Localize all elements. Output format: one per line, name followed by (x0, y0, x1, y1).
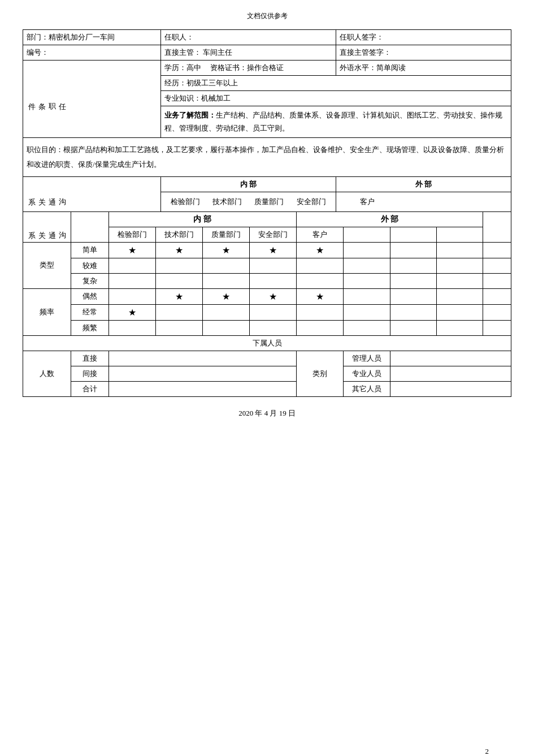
direct-value (108, 351, 296, 366)
regular-label: 经常 (71, 304, 109, 320)
reg-safe (249, 304, 296, 320)
total-value (108, 381, 296, 396)
reg-ext4 (437, 304, 483, 320)
other-label: 其它人员 (343, 381, 390, 396)
code-cell: 编号： (23, 45, 161, 61)
extra-col (483, 211, 511, 242)
med-safe (249, 258, 296, 273)
simple-quality: ★ (202, 242, 249, 258)
frequent-label: 频繁 (71, 320, 109, 335)
med-tech (155, 258, 202, 273)
reg-tech (155, 304, 202, 320)
indirect-label: 间接 (71, 366, 109, 381)
med-qual (202, 258, 249, 273)
external-subcols: 客户 (336, 192, 511, 211)
ext-col2 (343, 227, 390, 242)
headcount-label: 人数 (23, 351, 71, 396)
frq-safe (249, 320, 296, 335)
reg-ext5 (483, 304, 511, 320)
med-ext5 (483, 258, 511, 273)
management-value (390, 351, 511, 366)
med-ext2 (343, 258, 390, 273)
com-ext5 (483, 273, 511, 288)
com-ext4 (437, 273, 483, 288)
com-safe (249, 273, 296, 288)
col-inspection-h: 检验部门 (108, 227, 155, 242)
direct-manager-cell: 直接主管： 车间主任 (160, 45, 336, 61)
med-insp (108, 258, 155, 273)
simple-ext3 (390, 242, 436, 258)
occasional-label: 偶然 (71, 288, 109, 304)
internal-label: 内 部 (160, 176, 336, 192)
simple-safety: ★ (249, 242, 296, 258)
frq-cust (296, 320, 343, 335)
simple-customer: ★ (296, 242, 343, 258)
med-cust (296, 258, 343, 273)
med-ext3 (390, 258, 436, 273)
occ-ext2 (343, 288, 390, 304)
complex-label: 复杂 (71, 273, 109, 288)
freq-label: 频率 (23, 288, 71, 335)
frq-ext4 (437, 320, 483, 335)
knowledge-cell: 专业知识：机械加工 (160, 91, 511, 106)
col-tech-h: 技术部门 (155, 227, 202, 242)
com-cust (296, 273, 343, 288)
professional-value (390, 366, 511, 381)
col-safety-h: 安全部门 (249, 227, 296, 242)
job-purpose-cell: 职位目的：根据产品结构和加工工艺路线，及工艺要求，履行基本操作，加工产品自检、设… (23, 137, 511, 176)
lang-cell: 外语水平：简单阅读 (336, 61, 511, 76)
frq-ext2 (343, 320, 390, 335)
task-conditions-label: 任职条件 (23, 61, 161, 138)
reg-qual (202, 304, 249, 320)
category-label: 类别 (296, 351, 343, 396)
col-safety: 安全部门 (290, 195, 332, 209)
simple-inspection: ★ (108, 242, 155, 258)
simple-ext4 (437, 242, 483, 258)
internal-header: 内 部 (108, 211, 296, 227)
simple-label: 简单 (71, 242, 109, 258)
other-value (390, 381, 511, 396)
dept-cell: 部门：精密机加分厂一车间 (23, 30, 161, 45)
direct-label: 直接 (71, 351, 109, 366)
com-ext2 (343, 273, 390, 288)
frq-insp (108, 320, 155, 335)
com-qual (202, 273, 249, 288)
med-ext4 (437, 258, 483, 273)
frq-tech (155, 320, 202, 335)
subordinate-header: 下属人员 (23, 335, 511, 351)
col-quality-h: 质量部门 (202, 227, 249, 242)
appointee-cell: 任职人： (160, 30, 336, 45)
management-label: 管理人员 (343, 351, 390, 366)
occ-ext5 (483, 288, 511, 304)
indirect-value (108, 366, 296, 381)
exp-cell: 经历：初级工三年以上 (160, 76, 511, 91)
simple-ext5 (483, 242, 511, 258)
scope-cell: 业务了解范围：生产结构、产品结构、质量体系、设备原理、计算机知识、图纸工艺、劳动… (160, 106, 511, 138)
external-header: 外 部 (296, 211, 483, 227)
watermark: 文档仅供参考 (23, 11, 511, 21)
internal-subcols: 检验部门 技术部门 质量部门 安全部门 (160, 192, 336, 211)
occ-safe: ★ (249, 288, 296, 304)
occ-qual: ★ (202, 288, 249, 304)
occ-cust: ★ (296, 288, 343, 304)
col-customer: 客户 (340, 195, 395, 209)
main-form-table: 部门：精密机加分厂一车间 任职人： 任职人签字： 编号： 直接主管： 车间主任 … (23, 29, 511, 212)
total-label: 合计 (71, 381, 109, 396)
com-ext3 (390, 273, 436, 288)
reg-ext2 (343, 304, 390, 320)
comm-header-merge: 沟通关系 (23, 211, 71, 242)
col-inspection: 检验部门 (164, 195, 206, 209)
reg-cust (296, 304, 343, 320)
type-label: 类型 (23, 242, 71, 288)
frq-ext5 (483, 320, 511, 335)
comm-blank (71, 211, 109, 242)
occ-ext3 (390, 288, 436, 304)
simple-ext2 (343, 242, 390, 258)
col-quality: 质量部门 (248, 195, 290, 209)
occ-tech: ★ (155, 288, 202, 304)
reg-insp: ★ (108, 304, 155, 320)
medium-label: 较难 (71, 258, 109, 273)
professional-label: 专业人员 (343, 366, 390, 381)
ext-col4 (437, 227, 483, 242)
col-customer-h: 客户 (296, 227, 343, 242)
